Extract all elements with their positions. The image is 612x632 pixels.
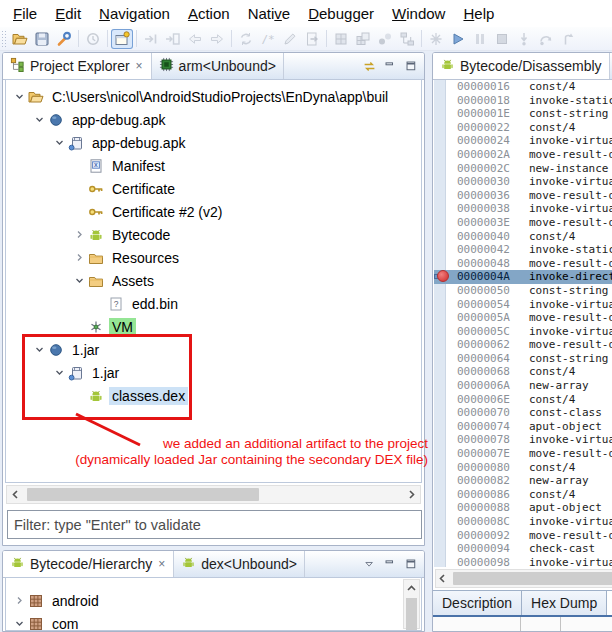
chevron-expanded-icon[interactable] [52, 138, 67, 147]
comment-icon[interactable]: /* [257, 29, 279, 49]
disassembly-row[interactable]: 00000036move-result-object [434, 189, 612, 203]
tree-row[interactable]: VM [6, 315, 421, 338]
disassembly-row[interactable]: 0000002Amove-result-object [434, 148, 612, 162]
scroll-up-arrow-icon[interactable] [404, 580, 419, 596]
disassembly-hscrollbar[interactable] [435, 569, 612, 588]
dots-icon[interactable] [374, 29, 396, 49]
disassembly-row[interactable]: 0000005Cinvoke-virtual [434, 325, 612, 339]
disassembly-row[interactable]: 00000030invoke-virtual [434, 175, 612, 189]
tree-row[interactable]: C:\Users\nicol\AndroidStudioProjects\EnD… [6, 85, 421, 108]
doc-export-icon[interactable] [301, 29, 323, 49]
menu-navigation[interactable]: Navigation [90, 2, 179, 25]
vscroll-thumb[interactable] [406, 598, 417, 631]
tree-row[interactable]: 1.jar [6, 361, 421, 384]
chevron-expanded-icon[interactable] [72, 276, 87, 285]
disassembly-row[interactable]: 00000018invoke-static [434, 94, 612, 108]
hscroll-thumb[interactable] [27, 488, 259, 501]
tree-row[interactable]: ?edd.bin [6, 292, 421, 315]
menu-file[interactable]: File [4, 2, 46, 25]
disassembly-row[interactable]: 00000022const/4 [434, 121, 612, 135]
disassembly-row[interactable]: 00000062move-result-object [434, 338, 612, 352]
scroll-left-arrow-icon[interactable] [7, 486, 24, 503]
menu-window[interactable]: Window [383, 2, 454, 25]
disassembly-row[interactable]: 0000007Emove-result-object [434, 447, 612, 461]
close-icon[interactable]: × [135, 60, 144, 72]
tree-row[interactable]: Resources [6, 246, 421, 269]
chevron-expanded-icon[interactable] [12, 92, 27, 101]
disassembly-row[interactable]: 00000092move-result-object [434, 529, 612, 543]
disassembly-row[interactable]: 0000006Econst/4 [434, 393, 612, 407]
chevron-collapsed-icon[interactable] [12, 596, 27, 605]
scroll-right-arrow-icon[interactable] [403, 486, 420, 503]
chevron-expanded-icon[interactable] [32, 345, 47, 354]
tree-row[interactable]: Bytecode [6, 223, 421, 246]
disassembly-row[interactable]: 0000001Econst-string [434, 107, 612, 121]
menu-edit[interactable]: Edit [46, 2, 90, 25]
grid-icon[interactable] [330, 29, 352, 49]
alarm-icon[interactable] [82, 29, 104, 49]
tree-row[interactable]: Certificate #2 (v2) [6, 200, 421, 223]
tree-row[interactable]: Certificate [6, 177, 421, 200]
open-folder-icon[interactable] [9, 29, 31, 49]
bottom-tab-description[interactable]: Description [433, 591, 522, 616]
menu-native[interactable]: Native [239, 2, 300, 25]
new-window-icon[interactable] [111, 29, 133, 49]
disassembly-row[interactable]: 0000008Cinvoke-virtual [434, 515, 612, 529]
step-bracket-icon[interactable] [140, 29, 162, 49]
menu-action[interactable]: Action [179, 2, 239, 25]
close-icon[interactable]: × [157, 558, 166, 570]
disassembly-tab-bytecode-disassembly[interactable]: Bytecode/Disassembly [433, 53, 610, 79]
disassembly-row[interactable]: 00000080const/4 [434, 461, 612, 475]
chevron-expanded-icon[interactable] [12, 619, 27, 628]
chevron-expanded-icon[interactable] [32, 115, 47, 124]
disassembly-row[interactable]: 00000094check-cast [434, 542, 612, 556]
project-tree-hscrollbar[interactable] [6, 485, 421, 504]
disassembly-row[interactable]: 00000074aput-object [434, 420, 612, 434]
disassembly-row[interactable]: 00000068const/4 [434, 365, 612, 379]
stop-icon[interactable] [491, 29, 513, 49]
tree-row[interactable]: 1.jar [6, 338, 421, 361]
tree-row[interactable]: app-debug.apk [6, 131, 421, 154]
pencil-icon[interactable] [279, 29, 301, 49]
disassembly-row[interactable]: 00000082new-array [434, 474, 612, 488]
flow-icon[interactable] [396, 29, 418, 49]
disassembly-row[interactable]: 00000038invoke-virtual [434, 202, 612, 216]
wrench-icon[interactable] [53, 29, 75, 49]
door-in-icon[interactable] [162, 29, 184, 49]
disassembly-row[interactable]: 00000086const/4 [434, 488, 612, 502]
menu-debugger[interactable]: Debugger [299, 2, 383, 25]
link-arrows-icon[interactable] [362, 59, 376, 73]
disassembly-row[interactable]: 00000050const-string [434, 284, 612, 298]
disassembly-row[interactable]: 0000002Cnew-instance [434, 162, 612, 176]
save-icon[interactable] [31, 29, 53, 49]
disassembly-row[interactable]: 0000003Emove-result-object [434, 216, 612, 230]
disassembly-row[interactable]: 00000048move-result-object [434, 257, 612, 271]
view-menu-icon[interactable] [362, 557, 376, 571]
hierarchy-tab-dex-unbound-[interactable]: dex<Unbound> [174, 551, 305, 577]
step-over-icon[interactable] [535, 29, 557, 49]
tree-row[interactable]: Assets [6, 269, 421, 292]
refresh-icon[interactable] [235, 29, 257, 49]
disassembly-row[interactable]: 00000088aput-object [434, 501, 612, 515]
disassembly-row[interactable]: 0000005Amove-result-object [434, 311, 612, 325]
explorer-tab-arm-unbound-[interactable]: arm<Unbound> [152, 53, 284, 79]
disassembly-row[interactable]: 00000098invoke-virtual [434, 556, 612, 567]
maximize-icon[interactable] [404, 557, 418, 571]
menu-help[interactable]: Help [454, 2, 503, 25]
disassembly-row[interactable]: 00000040const/4 [434, 230, 612, 244]
disassembly-row[interactable]: 00000042invoke-static [434, 243, 612, 257]
step-into-icon[interactable] [513, 29, 535, 49]
hierarchy-vscrollbar[interactable] [403, 579, 420, 629]
disassembly-row[interactable]: 00000024invoke-virtual [434, 134, 612, 148]
pause-icon[interactable] [469, 29, 491, 49]
forward-arrow-icon[interactable] [206, 29, 228, 49]
disassembly-row[interactable]: 00000070const-class [434, 406, 612, 420]
bottom-tab-hex-dump[interactable]: Hex Dump [522, 591, 607, 616]
scroll-left-arrow-icon[interactable] [436, 570, 450, 587]
hierarchy-tab-bytecode-hierarchy[interactable]: Bytecode/Hierarchy× [3, 551, 174, 577]
chevron-expanded-icon[interactable] [52, 368, 67, 377]
tree-row[interactable]: com [6, 612, 421, 631]
disassembly-row[interactable]: 00000078invoke-virtual [434, 433, 612, 447]
minimize-icon[interactable] [383, 557, 397, 571]
explorer-tab-project-explorer[interactable]: Project Explorer× [3, 53, 152, 79]
